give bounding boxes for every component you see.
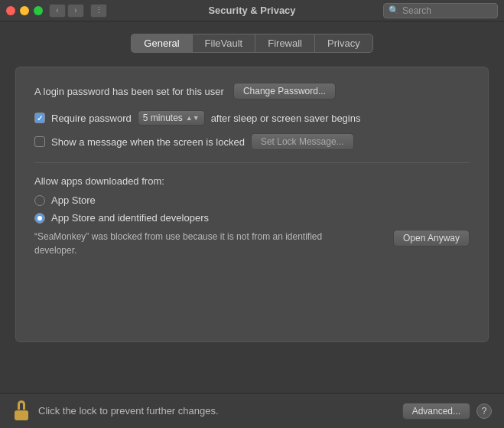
- require-password-row: ✓ Require password 5 minutes ▲▼ after sl…: [34, 110, 470, 126]
- change-password-button[interactable]: Change Password...: [233, 83, 336, 100]
- search-box[interactable]: 🔍: [383, 3, 498, 18]
- bottom-bar: Click the lock to prevent further change…: [0, 393, 504, 428]
- tab-privacy[interactable]: Privacy: [314, 34, 373, 53]
- password-timer-value: 5 minutes: [143, 113, 183, 123]
- open-anyway-button[interactable]: Open Anyway: [393, 230, 470, 247]
- allow-apps-label: Allow apps downloaded from:: [34, 175, 470, 187]
- require-password-label: Require password: [51, 113, 132, 124]
- radio-app-store-label: App Store: [51, 194, 96, 206]
- tab-firewall[interactable]: Firewall: [255, 34, 314, 53]
- grid-button[interactable]: ⋮: [90, 4, 107, 18]
- forward-button[interactable]: ›: [67, 4, 84, 18]
- radio-developers-row: App Store and identified developers: [34, 212, 470, 224]
- radio-dot-icon: [37, 216, 42, 221]
- close-button[interactable]: [6, 6, 15, 15]
- radio-developers-label: App Store and identified developers: [51, 212, 209, 224]
- blocked-app-row: “SeaMonkey” was blocked from use because…: [34, 230, 470, 257]
- show-message-label: Show a message when the screen is locked: [51, 136, 245, 148]
- select-arrow-icon: ▲▼: [186, 114, 200, 122]
- set-lock-message-button[interactable]: Set Lock Message...: [251, 133, 354, 150]
- show-message-row: Show a message when the screen is locked…: [34, 133, 470, 150]
- advanced-button[interactable]: Advanced...: [402, 403, 470, 420]
- tab-general[interactable]: General: [131, 34, 191, 53]
- blocked-app-text: “SeaMonkey” was blocked from use because…: [34, 230, 363, 257]
- window-title: Security & Privacy: [208, 5, 295, 16]
- maximize-button[interactable]: [34, 6, 43, 15]
- help-button[interactable]: ?: [476, 403, 492, 419]
- tab-filevault[interactable]: FileVault: [192, 34, 255, 53]
- radio-app-store-developers[interactable]: [34, 213, 45, 224]
- bottom-right-controls: Advanced... ?: [402, 403, 492, 420]
- titlebar: ‹ › ⋮ Security & Privacy 🔍: [0, 0, 504, 21]
- checkbox-check-icon: ✓: [37, 114, 43, 123]
- main-content: General FileVault Firewall Privacy A log…: [0, 21, 504, 393]
- nav-buttons: ‹ ›: [49, 4, 84, 18]
- traffic-lights: [6, 6, 43, 15]
- back-button[interactable]: ‹: [49, 4, 66, 18]
- password-timer-select[interactable]: 5 minutes ▲▼: [138, 110, 205, 126]
- show-message-checkbox[interactable]: [34, 136, 45, 147]
- lock-status-text: Click the lock to prevent further change…: [38, 405, 402, 417]
- search-icon: 🔍: [389, 5, 399, 15]
- radio-app-store[interactable]: [34, 195, 45, 206]
- require-password-suffix: after sleep or screen saver begins: [211, 113, 361, 124]
- require-password-checkbox[interactable]: ✓: [34, 113, 45, 123]
- search-input[interactable]: [402, 5, 493, 16]
- tab-bar: General FileVault Firewall Privacy: [15, 34, 489, 53]
- password-row: A login password has been set for this u…: [34, 83, 470, 100]
- lock-icon[interactable]: [12, 400, 31, 422]
- radio-app-store-row: App Store: [34, 194, 470, 206]
- section-divider: [34, 162, 470, 163]
- minimize-button[interactable]: [20, 6, 29, 15]
- settings-panel: A login password has been set for this u…: [15, 67, 489, 342]
- password-label: A login password has been set for this u…: [34, 86, 224, 97]
